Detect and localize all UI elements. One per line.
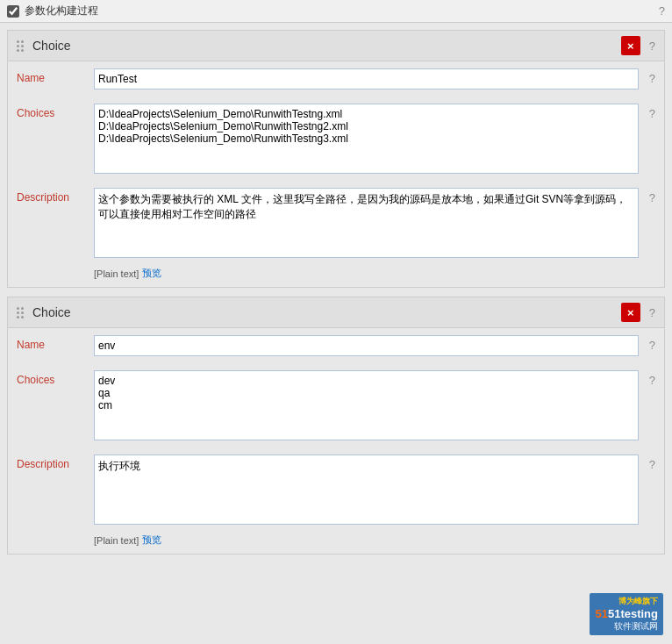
choices-help-icon-2[interactable]: ?: [649, 370, 655, 387]
desc-textarea-2[interactable]: 执行环境: [94, 454, 639, 525]
close-button-1[interactable]: ×: [621, 36, 640, 55]
plain-text-row-1: [Plain text] 预览: [8, 265, 664, 287]
drag-grip-1: [17, 40, 24, 52]
choices-field-row-2: Choices dev qa cm ?: [8, 363, 664, 447]
choice-panel-1: Choice × ? Name ? Choices D:\IdeaProject…: [7, 30, 665, 288]
drag-grip-2: [17, 307, 24, 318]
choices-textarea-1[interactable]: D:\IdeaProjects\Selenium_Demo\RunwithTes…: [94, 104, 639, 174]
watermark-brand: 5151testing: [595, 607, 658, 620]
desc-label-2: Description: [17, 454, 87, 470]
name-field-row-2: Name ?: [8, 328, 664, 363]
preview-link-1[interactable]: 预览: [142, 267, 161, 280]
watermark-title: 博为峰旗下: [595, 596, 658, 607]
name-field-row-1: Name ?: [8, 61, 664, 97]
title-bar-text: 参数化构建过程: [25, 4, 98, 18]
parameterize-checkbox[interactable]: [7, 5, 19, 18]
plain-text-label-1: [Plain text]: [94, 268, 139, 279]
desc-field-row-2: Description 执行环境 ?: [8, 447, 664, 532]
desc-label-1: Description: [17, 188, 87, 204]
choices-label-2: Choices: [17, 370, 87, 386]
close-button-2[interactable]: ×: [621, 303, 640, 322]
watermark-subtitle: 软件测试网: [595, 620, 658, 633]
main-content: Choice × ? Name ? Choices D:\IdeaProject…: [0, 23, 672, 644]
preview-link-2[interactable]: 预览: [142, 533, 161, 547]
choice-panel-2: Choice × ? Name ? Choices dev qa cm ? De…: [7, 297, 665, 555]
name-help-icon-1[interactable]: ?: [649, 68, 655, 85]
desc-field-row-1: Description 这个参数为需要被执行的 XML 文件，这里我写全路径，是…: [8, 181, 664, 265]
plain-text-label-2: [Plain text]: [94, 535, 139, 546]
desc-textarea-1[interactable]: 这个参数为需要被执行的 XML 文件，这里我写全路径，是因为我的源码是放本地，如…: [94, 188, 639, 258]
plain-text-row-2: [Plain text] 预览: [8, 532, 664, 554]
choice-header-1: Choice × ?: [8, 31, 664, 61]
choice-help-icon-1[interactable]: ?: [649, 39, 655, 53]
choice-help-icon-2[interactable]: ?: [649, 306, 655, 319]
choices-help-icon-1[interactable]: ?: [649, 104, 655, 120]
choice-header-2: Choice × ?: [8, 297, 664, 328]
name-label-1: Name: [17, 68, 87, 84]
choices-textarea-2[interactable]: dev qa cm: [94, 370, 639, 440]
watermark: 博为峰旗下 5151testing 软件测试网: [590, 593, 663, 635]
desc-help-icon-1[interactable]: ?: [649, 188, 655, 204]
name-help-icon-2[interactable]: ?: [649, 335, 655, 352]
choices-label-1: Choices: [17, 104, 87, 119]
choices-field-row-1: Choices D:\IdeaProjects\Selenium_Demo\Ru…: [8, 97, 664, 181]
title-bar: 参数化构建过程 ?: [0, 0, 672, 23]
name-label-2: Name: [17, 335, 87, 351]
title-help-icon[interactable]: ?: [659, 4, 665, 18]
desc-help-icon-2[interactable]: ?: [649, 454, 655, 471]
choice-title-2: Choice: [32, 305, 616, 319]
name-input-2[interactable]: [94, 335, 639, 356]
choice-title-1: Choice: [32, 39, 616, 53]
name-input-1[interactable]: [94, 68, 639, 89]
